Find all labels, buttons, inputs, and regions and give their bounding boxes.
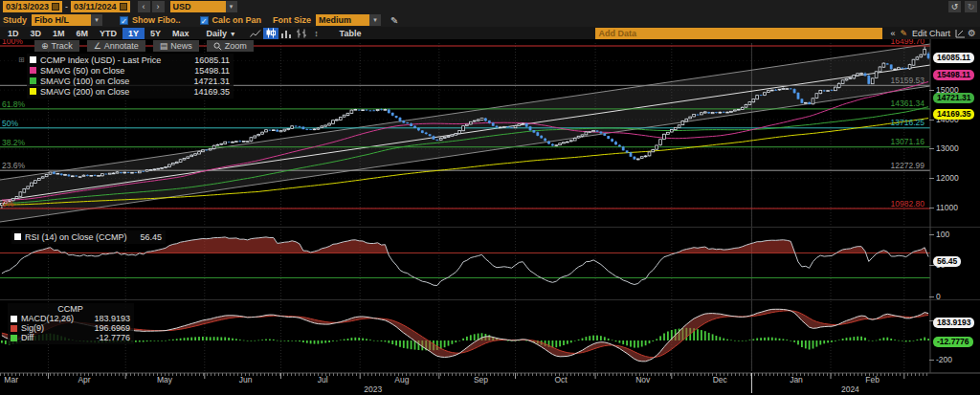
range-6m-button[interactable]: 6M — [71, 28, 95, 39]
range-1y-button[interactable]: 1Y — [122, 28, 145, 39]
legend-swatch — [30, 67, 36, 74]
chart-settings-icon[interactable] — [952, 28, 968, 39]
line-chart-type-button[interactable] — [248, 28, 263, 39]
date-toolbar: 03/13/2023 - 03/11/2024 ‹ › USD ▾ ↺ ↻ — [0, 1, 980, 12]
show-fibo-checkbox[interactable]: ✓ — [120, 16, 128, 25]
macd-legend-value: 196.6969 — [84, 323, 130, 333]
redo-button[interactable]: ↻ — [965, 1, 977, 12]
add-data-input[interactable]: Add Data — [595, 28, 882, 39]
gear-icon[interactable]: ⚙ — [968, 28, 976, 38]
end-date-value: 03/11/2024 — [74, 2, 117, 11]
range-max-button[interactable]: Max — [167, 28, 195, 39]
study-toolbar: Study Fibo H/L ▾ ✓ Show Fibo.. ✓ Calc on… — [0, 14, 980, 26]
frequency-caret-icon: ▼ — [230, 31, 236, 37]
legend-value: 15498.11 — [185, 66, 230, 76]
edit-chart-label: Edit Chart — [912, 29, 950, 38]
macd-legend-label: Sig(9) — [21, 323, 44, 333]
rsi-legend: RSI (14) on Close (CCMP) 56.45 — [11, 230, 166, 244]
start-date-field[interactable]: 03/13/2023 — [3, 1, 62, 12]
price-axis-badge: 16085.11 — [933, 53, 974, 63]
range-1m-button[interactable]: 1M — [47, 28, 71, 39]
fib-price-label: 14361.34 — [891, 99, 924, 108]
updown-icon: ↕ — [314, 29, 319, 38]
macd-legend-row[interactable]: MACD(12,26) 183.9193 — [11, 314, 130, 323]
legend-row[interactable]: SMAVG (100) on Close 14721.31 — [30, 76, 230, 86]
volume-chart-type-button[interactable] — [278, 28, 294, 39]
collapse-chevrons-icon[interactable]: « — [890, 29, 895, 38]
currency-dropdown-arrow[interactable]: ▾ — [226, 1, 237, 12]
legend-label: CCMP Index (USD) - Last Price — [40, 55, 161, 65]
macd-legend-row[interactable]: Sig(9) 196.6969 — [11, 323, 130, 333]
track-button[interactable]: ⊕ Track — [34, 40, 79, 52]
track-label: Track — [52, 41, 73, 51]
end-date-field[interactable]: 03/11/2024 — [71, 1, 130, 12]
price-axis-tick: 12000 — [936, 174, 959, 183]
legend-swatch — [30, 56, 36, 63]
fib-percent-label: 38.2% — [2, 139, 25, 147]
step-back-button[interactable]: ‹ — [138, 1, 150, 12]
legend-value: 14169.35 — [184, 87, 230, 97]
news-icon: ▤ — [160, 41, 168, 51]
price-axis-tick: 13000 — [936, 144, 959, 153]
fib-price-label: 13716.25 — [891, 119, 924, 127]
compare-normalize-button[interactable]: ↕ — [309, 28, 324, 39]
calendar-icon[interactable] — [52, 3, 59, 11]
start-date-value: 03/13/2023 — [6, 2, 49, 11]
rsi-axis-tick: 0 — [936, 293, 941, 301]
frequency-value: Daily — [207, 29, 228, 38]
annotate-button[interactable]: ∠ Annotate — [87, 40, 145, 52]
range-buttons: 1D3D1M6MYTD1Y5YMax — [2, 28, 195, 39]
date-separator: - — [62, 2, 71, 11]
x-axis-year-label: 2023 — [364, 384, 382, 394]
legend-row[interactable]: SMAVG (200) on Close 14169.35 — [30, 86, 230, 97]
range-3d-button[interactable]: 3D — [25, 28, 48, 39]
macd-legend-swatch — [11, 325, 17, 332]
legend-swatch — [30, 88, 36, 95]
legend-row[interactable]: SMAVG (50) on Close 15498.11 — [30, 65, 230, 76]
annotate-icon: ∠ — [94, 41, 101, 51]
font-size-dropdown-arrow[interactable]: ▾ — [369, 14, 381, 26]
magnifier-icon — [213, 42, 222, 51]
study-dropdown-arrow[interactable]: ▾ — [91, 14, 102, 26]
study-select[interactable]: Fibo H/L — [32, 14, 91, 26]
edit-chart-button[interactable]: Edit Chart — [910, 28, 952, 39]
calendar-icon[interactable] — [120, 3, 127, 11]
x-axis-month-label: Jan — [790, 375, 803, 384]
macd-legend-row[interactable]: Diff -12.7776 — [11, 333, 130, 342]
range-toolbar: 1D3D1M6MYTD1Y5YMax Daily ▼ — [0, 27, 980, 39]
step-forward-button[interactable]: › — [152, 1, 165, 12]
table-button[interactable]: Table — [334, 28, 368, 39]
zoom-button[interactable]: Zoom — [207, 40, 254, 52]
fib-price-label: 10982.80 — [891, 200, 924, 208]
ohlc-bars-chart-type-button[interactable] — [294, 28, 309, 39]
fib-price-label: 13071.16 — [891, 138, 924, 146]
calc-on-pan-label: Calc on Pan — [212, 15, 262, 25]
macd-legend-label: MACD(12,26) — [21, 314, 74, 323]
undo-button[interactable]: ↺ — [948, 1, 961, 12]
toolbar-area: 03/13/2023 - 03/11/2024 ‹ › USD ▾ ↺ ↻ — [0, 0, 980, 39]
legend-expand-icon[interactable]: ⊞ — [18, 55, 25, 64]
draw-pencil-icon[interactable]: ✎ — [390, 15, 398, 26]
show-fibo-label: Show Fibo.. — [132, 15, 181, 25]
study-value: Fibo H/L — [34, 15, 69, 25]
range-ytd-button[interactable]: YTD — [94, 28, 122, 39]
x-axis-month-label: Feb — [865, 375, 880, 384]
macd-axis-badge: 183.9193 — [933, 318, 974, 328]
font-size-select[interactable]: Medium — [316, 14, 369, 26]
price-legend: CCMP Index (USD) - Last Price 16085.11 S… — [27, 54, 234, 99]
frequency-select[interactable]: Daily ▼ — [201, 28, 242, 39]
currency-field[interactable]: USD — [170, 1, 226, 12]
legend-label: SMAVG (200) on Close — [40, 87, 129, 97]
range-1d-button[interactable]: 1D — [2, 28, 25, 39]
macd-legend-label: Diff — [21, 333, 33, 342]
fib-percent-label: 50% — [2, 120, 18, 128]
calc-on-pan-checkbox[interactable]: ✓ — [200, 16, 209, 25]
rsi-swatch — [14, 233, 21, 240]
news-button[interactable]: ▤ News — [153, 40, 199, 52]
range-5y-button[interactable]: 5Y — [145, 28, 167, 39]
price-axis-tick: 11000 — [936, 204, 958, 212]
rsi-legend-label: RSI (14) on Close (CCMP) — [25, 232, 127, 242]
macd-legend: CCMP MACD(12,26) 183.9193 Sig(9) 196.696… — [8, 303, 134, 344]
legend-row[interactable]: CCMP Index (USD) - Last Price 16085.11 — [30, 55, 230, 65]
candle-chart-type-button[interactable] — [263, 28, 278, 39]
